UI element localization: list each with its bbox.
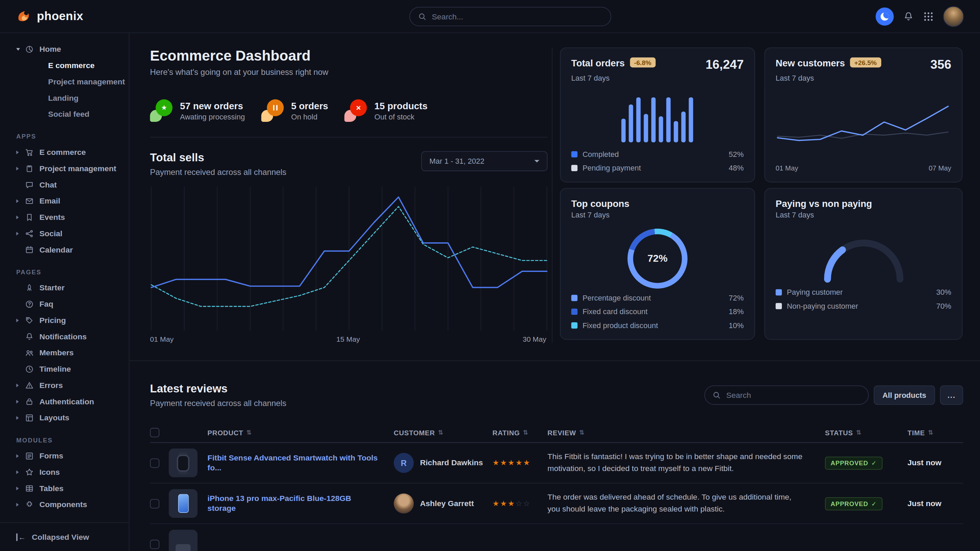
main-content: Ecommerce Dashboard Here's what's going …	[129, 33, 980, 551]
sidebar-item-home[interactable]: Home	[0, 41, 129, 57]
global-search-input[interactable]	[432, 12, 602, 21]
stats-row: ★57 new ordersAwating processing5 orders…	[150, 99, 547, 122]
bell-icon	[25, 332, 34, 341]
paying-label: Paying customer	[787, 288, 843, 297]
sidebar-item-label: Chat	[40, 180, 57, 189]
bell-icon	[903, 11, 913, 21]
top-coupons-label: Percentage discount	[582, 294, 651, 303]
sidebar-nav: HomeE commerceProject managementLandingS…	[0, 41, 129, 513]
reviews-controls: All products ...	[705, 385, 963, 405]
sidebar-subitem-project-management[interactable]: Project management	[0, 74, 129, 90]
stat-caption: On hold	[291, 112, 328, 121]
sidebar-item-starter[interactable]: Starter	[0, 280, 129, 296]
notifications-button[interactable]	[903, 11, 913, 21]
sidebar-item-errors[interactable]: Errors	[0, 378, 129, 394]
sidebar-item-project-management[interactable]: Project management	[0, 160, 129, 177]
user-avatar[interactable]	[943, 6, 964, 27]
product-link[interactable]: Fitbit Sense Advanced Smartwatch with To…	[207, 453, 394, 473]
sidebar-item-forms[interactable]: Forms	[0, 448, 129, 464]
star-filled-icon: ★	[492, 459, 500, 467]
hero-left: Ecommerce Dashboard Here's what's going …	[150, 47, 553, 343]
column-header-rating[interactable]: RATING⇅	[492, 429, 547, 436]
sidebar-item-members[interactable]: Members	[0, 345, 129, 361]
column-label: RATING	[492, 429, 520, 436]
caret-icon	[16, 48, 24, 50]
table-row: Fitbit Sense Advanced Smartwatch with To…	[150, 443, 963, 483]
sidebar-item-label: Faq	[40, 300, 54, 309]
sidebar-subitem-landing[interactable]: Landing	[0, 90, 129, 106]
sidebar-item-authentication[interactable]: Authentication	[0, 394, 129, 410]
star-filled-icon: ★	[500, 499, 508, 508]
stat-item-awating-processing: ★57 new ordersAwating processing	[150, 99, 245, 122]
sidebar-item-calendar[interactable]: Calendar	[0, 241, 129, 258]
brand[interactable]: phoenix	[16, 9, 83, 24]
sidebar-item-faq[interactable]: Faq	[0, 296, 129, 313]
caret-icon	[16, 216, 24, 219]
caret-icon	[16, 319, 24, 322]
column-header-customer[interactable]: CUSTOMER⇅	[394, 429, 492, 436]
customer-avatar	[394, 494, 414, 514]
card-period: Last 7 days	[776, 211, 951, 219]
sidebar-item-label: Starter	[40, 284, 65, 292]
reviews-search[interactable]	[705, 385, 869, 405]
column-label: STATUS	[825, 429, 853, 436]
check-icon: ✓	[871, 459, 877, 466]
reviews-subtitle: Payment received across all channels	[150, 399, 287, 408]
sidebar-subitem-e-commerce[interactable]: E commerce	[0, 57, 129, 74]
sidebar-item-label: Layouts	[40, 413, 70, 422]
total-sells-chart	[150, 186, 548, 332]
sidebar-subitem-social-feed[interactable]: Social feed	[0, 106, 129, 122]
sidebar-item-notifications[interactable]: Notifications	[0, 329, 129, 345]
column-header-review[interactable]: REVIEW⇅	[547, 429, 825, 436]
sidebar-item-label: Events	[40, 213, 65, 222]
search-icon	[712, 391, 721, 399]
date-range-select[interactable]: Mar 1 - 31, 2022	[421, 151, 547, 171]
row-checkbox[interactable]	[150, 499, 160, 508]
sidebar-item-e-commerce[interactable]: E commerce	[0, 144, 129, 160]
product-link[interactable]: iPhone 13 pro max-Pacific Blue-128GB sto…	[207, 494, 394, 514]
sidebar-item-social[interactable]: Social	[0, 225, 129, 242]
sidebar-item-layouts[interactable]: Layouts	[0, 410, 129, 426]
more-options-button[interactable]: ...	[940, 385, 963, 405]
stat-circle: ★	[156, 99, 173, 116]
card-new-customers: New customers +26.5% 356 Last 7 days 01 …	[764, 47, 963, 182]
sidebar-section-label-apps: APPS	[16, 133, 129, 140]
apps-grid-button[interactable]	[923, 11, 934, 21]
star-icon	[25, 468, 34, 477]
all-products-button[interactable]: All products	[874, 385, 935, 405]
latest-reviews-section: Latest reviews Payment received across a…	[129, 361, 980, 551]
paying-label: Non-paying customer	[787, 302, 858, 311]
product-thumbnail	[169, 530, 197, 551]
sidebar-item-email[interactable]: Email	[0, 193, 129, 209]
sidebar-item-label: Forms	[40, 452, 63, 460]
star-empty-icon: ☆	[523, 499, 531, 508]
reviews-table: PRODUCT⇅CUSTOMER⇅RATING⇅REVIEW⇅STATUS⇅TI…	[150, 423, 963, 551]
column-header-status[interactable]: STATUS⇅	[825, 429, 907, 436]
status-badge: APPROVED✓	[825, 456, 883, 470]
sidebar-item-chat[interactable]: Chat	[0, 177, 129, 193]
column-header-product[interactable]: PRODUCT⇅	[207, 429, 394, 436]
paying-legend: Paying customer30%Non-paying customer70%	[776, 288, 951, 310]
global-search[interactable]	[409, 7, 611, 26]
column-header-time[interactable]: TIME⇅	[907, 429, 963, 436]
sidebar-item-events[interactable]: Events	[0, 209, 129, 225]
collapsed-view-toggle[interactable]: ← Collapsed View	[0, 522, 129, 551]
sort-icon: ⇅	[856, 429, 862, 436]
row-checkbox[interactable]	[150, 540, 160, 549]
theme-toggle-button[interactable]	[875, 7, 894, 25]
star-filled-icon: ★	[523, 459, 531, 467]
sidebar-item-tables[interactable]: Tables	[0, 480, 129, 497]
sidebar-item-timeline[interactable]: Timeline	[0, 361, 129, 378]
reviews-search-input[interactable]	[726, 391, 861, 400]
check-icon: ✓	[871, 500, 877, 507]
sidebar-item-icons[interactable]: Icons	[0, 464, 129, 481]
x-icon: ×	[344, 99, 367, 122]
select-all-checkbox[interactable]	[150, 428, 160, 437]
sidebar-item-components[interactable]: Components	[0, 497, 129, 513]
layout-icon	[25, 413, 34, 422]
row-checkbox[interactable]	[150, 458, 160, 468]
status-cell: APPROVED✓	[825, 456, 907, 470]
sidebar-section-label-pages: PAGES	[16, 268, 129, 275]
sidebar-item-pricing[interactable]: Pricing	[0, 313, 129, 329]
card-period: Last 7 days	[571, 211, 744, 219]
